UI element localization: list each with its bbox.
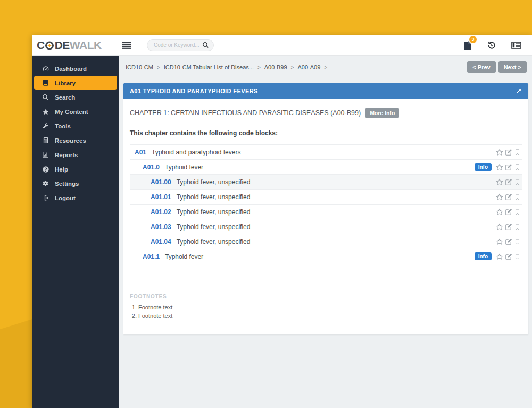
breadcrumb-item[interactable]: A00-B99 [264,64,287,70]
star-icon[interactable] [496,223,503,231]
breadcrumb: ICD10-CM>ICD10-CM Tabular List of Diseas… [126,64,331,70]
edit-icon[interactable] [505,223,512,231]
sidebar-item-my-content[interactable]: My Content [34,104,117,119]
code-description: Typhoid fever [165,164,203,171]
breadcrumb-separator: > [324,64,327,70]
sidebar-item-resources[interactable]: Resources [34,133,117,148]
code-description: Typhoid fever, unspecified [177,178,251,186]
star-icon[interactable] [496,164,503,171]
info-badge[interactable]: Info [475,163,492,171]
code-row[interactable]: A01.04 Typhoid fever, unspecified [130,234,522,249]
gear-icon [41,179,49,187]
code-description: Typhoid fever, unspecified [177,193,251,201]
sidebar-item-library[interactable]: Library [34,76,117,90]
code-row[interactable]: A01.03 Typhoid fever, unspecified [130,219,522,234]
row-actions: Info [475,163,522,171]
star-icon[interactable] [496,178,503,186]
history-icon[interactable] [487,40,496,50]
star-icon[interactable] [496,149,503,156]
code-link[interactable]: A01.01 [151,193,171,201]
row-actions [496,193,522,201]
top-bar: C DEWALK [32,35,532,56]
pager: < Prev Next > [467,61,527,73]
code-link[interactable]: A01.02 [151,208,171,216]
footnotes-section: FOOTNOTES Footnote textFootnote text [130,287,522,321]
sidebar-item-search[interactable]: Search [34,90,117,104]
app-window: C DEWALK [32,35,532,408]
code-link[interactable]: A01.03 [151,223,171,231]
main-content: ICD10-CM>ICD10-CM Tabular List of Diseas… [119,56,532,408]
bookmark-icon[interactable] [514,223,521,231]
breadcrumb-item[interactable]: ICD10-CM [126,64,153,70]
code-description: Typhoid and paratyphoid fevers [152,149,240,156]
code-link[interactable]: A01.00 [151,178,171,186]
bookmark-icon[interactable] [514,178,521,186]
logo-text: WALK [70,39,102,51]
logout-icon [41,194,49,202]
breadcrumb-bar: ICD10-CM>ICD10-CM Tabular List of Diseas… [119,56,532,78]
star-icon[interactable] [496,253,503,260]
edit-icon[interactable] [505,193,512,201]
breadcrumb-item[interactable]: ICD10-CM Tabular List of Diseas... [164,64,254,70]
code-link[interactable]: A01.1 [143,253,160,260]
prev-button[interactable]: < Prev [467,61,495,73]
breadcrumb-separator: > [157,64,160,70]
info-badge[interactable]: Info [475,252,492,260]
code-row[interactable]: A01.1 Typhoid fever Info [130,249,522,264]
code-link[interactable]: A01.0 [143,164,160,171]
bookmark-icon[interactable] [514,253,521,260]
row-actions [496,238,522,246]
calculator-icon [41,136,49,144]
next-button[interactable]: Next > [498,61,527,73]
bookmark-icon[interactable] [514,193,521,201]
code-row[interactable]: A01.01 Typhoid fever, unspecified [130,190,522,205]
chapter-heading: CHAPTER 1: CERTAIN INFECTIOUS AND PARASI… [130,109,361,117]
expand-icon[interactable] [516,88,522,94]
code-row[interactable]: A01 Typhoid and paratyphoid fevers [130,145,522,160]
bookmark-icon[interactable] [514,149,521,156]
edit-icon[interactable] [505,164,512,171]
code-row[interactable]: A01.00 Typhoid fever, unspecified [130,175,522,190]
breadcrumb-separator: > [257,64,261,70]
code-row[interactable]: A01.0 Typhoid fever Info [130,160,522,175]
code-link[interactable]: A01 [135,149,146,156]
sidebar-item-tools[interactable]: Tools [34,119,117,133]
panel-body: CHAPTER 1: CERTAIN INFECTIOUS AND PARASI… [123,99,528,334]
row-actions [496,178,522,186]
bookmark-icon[interactable] [514,164,521,171]
logo-text: DE [55,39,70,51]
wrench-icon [41,122,49,130]
list-panel-icon[interactable] [511,41,521,50]
star-icon[interactable] [496,193,503,201]
documents-button[interactable]: 3 [463,40,472,50]
dashboard-icon [41,64,49,72]
bookmark-icon[interactable] [514,238,521,246]
panel-intro: This chapter contains the following code… [130,129,522,137]
hamburger-menu-icon[interactable] [122,42,131,49]
sidebar-item-logout[interactable]: Logout [34,191,117,205]
chapter-heading-row: CHAPTER 1: CERTAIN INFECTIOUS AND PARASI… [130,108,522,118]
star-icon[interactable] [496,238,503,246]
footnote-list: Footnote textFootnote text [138,304,522,321]
more-info-button[interactable]: More Info [365,108,399,118]
code-description: Typhoid fever [165,253,203,260]
sidebar-item-reports[interactable]: Reports [34,148,117,162]
code-description: Typhoid fever, unspecified [177,223,251,231]
sidebar-item-settings[interactable]: Settings [34,176,117,191]
panel-header: A01 TYPHOID AND PARATYPHOID FEVERS [123,83,528,99]
edit-icon[interactable] [505,178,512,186]
sidebar-item-help[interactable]: Help [34,162,117,176]
sidebar-item-dashboard[interactable]: Dashboard [34,61,117,76]
edit-icon[interactable] [505,238,512,246]
edit-icon[interactable] [505,149,512,156]
code-link[interactable]: A01.04 [151,238,171,246]
star-icon[interactable] [496,208,503,216]
help-icon [41,165,49,173]
bookmark-icon[interactable] [514,208,521,216]
search-box [147,39,214,51]
edit-icon[interactable] [505,253,512,260]
breadcrumb-item[interactable]: A00-A09 [297,64,320,70]
search-icon[interactable] [202,42,209,50]
code-row[interactable]: A01.02 Typhoid fever, unspecified [130,205,522,219]
edit-icon[interactable] [505,208,512,216]
